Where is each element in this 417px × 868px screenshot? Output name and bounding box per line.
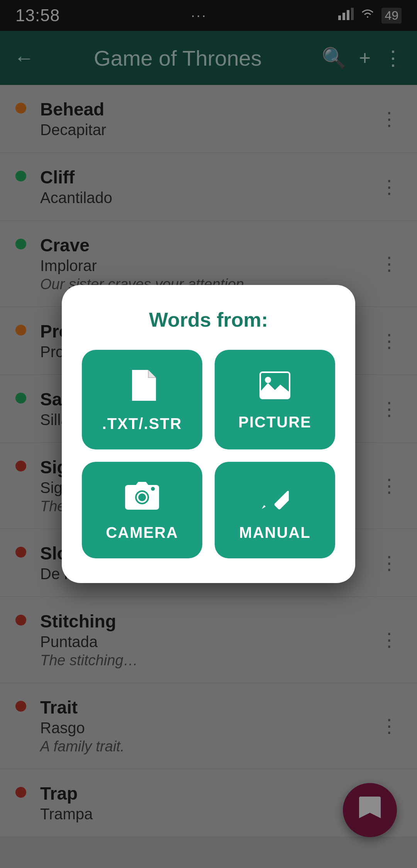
file-icon <box>128 370 156 406</box>
manual-label: MANUAL <box>239 524 310 541</box>
camera-label: CAMERA <box>106 524 178 541</box>
words-from-dialog: Words from: .TXT/.STR <box>62 285 355 583</box>
svg-point-9 <box>151 487 155 491</box>
dialog-title: Words from: <box>82 308 335 331</box>
txt-str-button[interactable]: .TXT/.STR <box>82 350 202 449</box>
modal-overlay[interactable]: Words from: .TXT/.STR <box>0 0 417 868</box>
picture-button[interactable]: PICTURE <box>215 350 335 449</box>
svg-rect-10 <box>274 490 289 510</box>
svg-point-8 <box>138 493 146 501</box>
manual-button[interactable]: MANUAL <box>215 462 335 558</box>
svg-point-5 <box>265 377 271 383</box>
camera-icon <box>125 482 159 515</box>
image-icon <box>259 371 290 404</box>
dialog-options-grid: .TXT/.STR PICTURE <box>82 350 335 558</box>
pencil-icon <box>261 482 289 515</box>
camera-button[interactable]: CAMERA <box>82 462 202 558</box>
picture-label: PICTURE <box>238 414 312 431</box>
txt-str-label: .TXT/.STR <box>102 415 182 432</box>
